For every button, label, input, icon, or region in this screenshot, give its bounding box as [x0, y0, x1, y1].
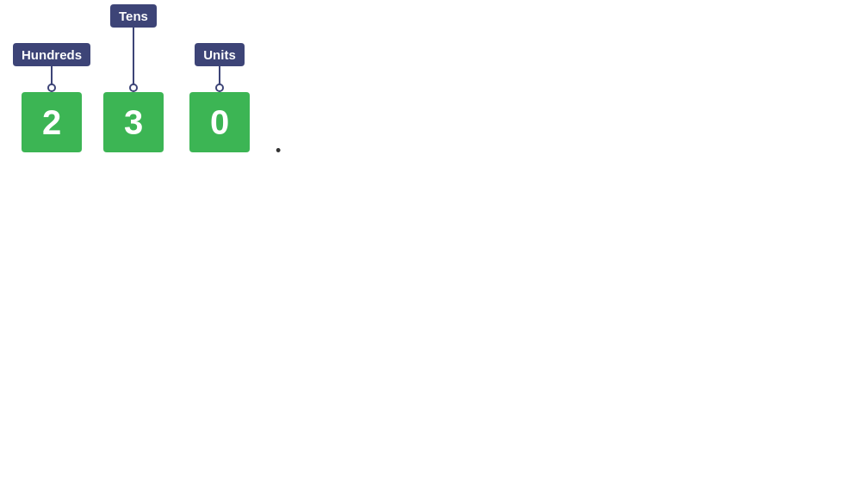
- units-digit-box[interactable]: 0: [189, 92, 250, 152]
- hundreds-digit: 2: [42, 103, 61, 142]
- hundreds-connector: [51, 66, 53, 88]
- hundreds-digit-box[interactable]: 2: [22, 92, 82, 152]
- hundreds-column: Hundreds 2: [13, 43, 90, 152]
- units-connector: [219, 66, 220, 88]
- units-digit: 0: [210, 103, 229, 142]
- tens-digit-box[interactable]: 3: [103, 92, 164, 152]
- bullet-point: •: [276, 142, 281, 160]
- units-label: Units: [195, 43, 245, 66]
- hundreds-label: Hundreds: [13, 43, 90, 66]
- main-container: Hundreds 2 Tens 3 Units 0 •: [0, 0, 868, 488]
- tens-digit: 3: [124, 103, 143, 142]
- units-connector-dot: [215, 83, 224, 92]
- tens-connector-dot: [129, 83, 138, 92]
- units-column: Units 0: [189, 43, 250, 152]
- tens-column: Tens 3: [103, 4, 164, 152]
- tens-label: Tens: [110, 4, 157, 28]
- tens-connector: [133, 28, 134, 88]
- hundreds-connector-dot: [47, 83, 56, 92]
